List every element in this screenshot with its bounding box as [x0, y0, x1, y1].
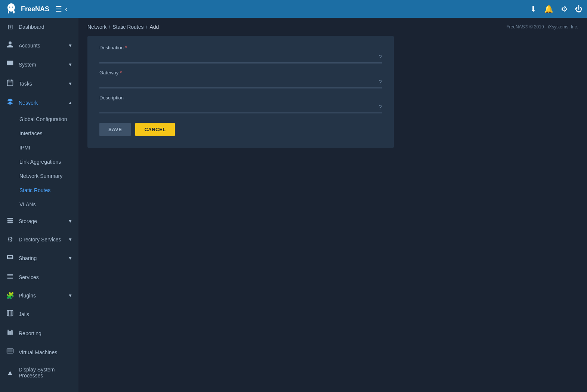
- download-icon[interactable]: ⬇: [530, 4, 537, 13]
- cancel-button[interactable]: CANCEL: [135, 123, 174, 136]
- sidebar-label-plugins: Plugins: [19, 293, 64, 299]
- breadcrumb-network[interactable]: Network: [87, 24, 106, 30]
- sidebar-item-tasks[interactable]: Tasks ▼: [0, 74, 78, 93]
- sidebar-label-reporting: Reporting: [19, 330, 72, 336]
- sidebar-subitem-global-configuration[interactable]: Global Configuration: [0, 112, 78, 126]
- sharing-icon: [6, 253, 14, 263]
- network-summary-label: Network Summary: [19, 173, 62, 179]
- svg-rect-1: [8, 10, 9, 13]
- storage-icon: [6, 216, 14, 226]
- sidebar: ⊞ Dashboard Accounts ▼ System ▼ Tasks ▼: [0, 18, 78, 392]
- svg-rect-15: [7, 349, 12, 352]
- freenas-logo-icon: [4, 2, 18, 16]
- sidebar-item-directory-services[interactable]: ⚙ Directory Services ▼: [0, 231, 78, 249]
- sidebar-label-dashboard: Dashboard: [19, 24, 72, 30]
- breadcrumb-static-routes[interactable]: Static Routes: [112, 24, 143, 30]
- sidebar-item-services[interactable]: Services: [0, 268, 78, 287]
- network-icon: [6, 98, 14, 107]
- destination-required-star: *: [125, 45, 127, 50]
- svg-rect-6: [7, 80, 13, 86]
- sidebar-subitem-interfaces[interactable]: Interfaces: [0, 126, 78, 141]
- sidebar-item-reporting[interactable]: Reporting: [0, 324, 78, 343]
- save-button[interactable]: SAVE: [99, 123, 131, 136]
- svg-point-3: [9, 7, 10, 8]
- sidebar-item-accounts[interactable]: Accounts ▼: [0, 36, 78, 55]
- plugins-icon: 🧩: [6, 291, 14, 300]
- jails-icon: [6, 309, 14, 319]
- destination-field: Destination * ?: [99, 45, 382, 64]
- menu-icon[interactable]: ☰: [55, 4, 62, 13]
- gateway-label: Gateway *: [99, 70, 376, 75]
- sidebar-item-network[interactable]: Network ▲: [0, 93, 78, 112]
- breadcrumb: Network / Static Routes / Add FreeNAS® ©…: [78, 18, 587, 36]
- svg-rect-2: [13, 10, 15, 13]
- svg-rect-7: [7, 218, 13, 219]
- ipmi-label: IPMI: [19, 145, 30, 151]
- content-area: Network / Static Routes / Add FreeNAS® ©…: [78, 18, 587, 392]
- svg-point-4: [12, 7, 13, 8]
- display-system-processes-icon: ▲: [6, 369, 14, 377]
- storage-arrow-icon: ▼: [68, 219, 72, 224]
- svg-rect-12: [10, 331, 11, 335]
- sidebar-item-sharing[interactable]: Sharing ▼: [0, 249, 78, 268]
- sidebar-label-accounts: Accounts: [19, 43, 64, 49]
- interfaces-label: Interfaces: [19, 130, 42, 136]
- sidebar-subitem-vlans[interactable]: VLANs: [0, 197, 78, 212]
- directory-services-icon: ⚙: [6, 235, 14, 244]
- sidebar-subitem-ipmi[interactable]: IPMI: [0, 141, 78, 155]
- sidebar-label-directory-services: Directory Services: [19, 237, 64, 243]
- gateway-field: Gateway * ?: [99, 70, 382, 89]
- breadcrumb-sep-1: /: [109, 24, 110, 30]
- breadcrumb-add: Add: [149, 24, 159, 30]
- description-input[interactable]: [99, 102, 376, 111]
- system-arrow-icon: ▼: [68, 62, 72, 67]
- destination-input[interactable]: [99, 52, 376, 61]
- sidebar-item-system[interactable]: System ▼: [0, 55, 78, 74]
- svg-point-0: [7, 3, 15, 12]
- gateway-input[interactable]: [99, 77, 376, 86]
- sidebar-label-services: Services: [19, 274, 72, 280]
- back-icon[interactable]: ‹: [65, 5, 68, 13]
- sidebar-subitem-static-routes[interactable]: Static Routes: [0, 183, 78, 197]
- sidebar-label-jails: Jails: [19, 311, 72, 317]
- notifications-icon[interactable]: 🔔: [544, 4, 553, 13]
- gateway-help-icon[interactable]: ?: [379, 79, 382, 86]
- sidebar-item-storage[interactable]: Storage ▼: [0, 212, 78, 231]
- accounts-arrow-icon: ▼: [68, 43, 72, 48]
- sidebar-item-display-system-processes[interactable]: ▲ Display System Processes: [0, 362, 78, 383]
- system-icon: [6, 60, 14, 69]
- sidebar-subitem-network-summary[interactable]: Network Summary: [0, 169, 78, 183]
- breadcrumb-sep-2: /: [146, 24, 148, 30]
- power-icon[interactable]: ⏻: [575, 5, 583, 13]
- description-help-icon[interactable]: ?: [379, 104, 382, 111]
- sidebar-label-display-system-processes: Display System Processes: [19, 367, 72, 379]
- destination-help-icon[interactable]: ?: [379, 54, 382, 61]
- global-configuration-label: Global Configuration: [19, 116, 67, 122]
- vlans-label: VLANs: [19, 201, 36, 207]
- topbar-actions: ⬇ 🔔 ⚙ ⏻: [530, 4, 583, 13]
- sidebar-item-virtual-machines[interactable]: Virtual Machines: [0, 343, 78, 362]
- svg-rect-5: [7, 61, 13, 65]
- copyright-text: FreeNAS® © 2019 - iXsystems, Inc.: [506, 24, 578, 30]
- reporting-icon: [6, 328, 14, 338]
- virtual-machines-icon: [6, 348, 14, 357]
- tasks-arrow-icon: ▼: [68, 81, 72, 86]
- sidebar-subitem-link-aggregations[interactable]: Link Aggregations: [0, 155, 78, 169]
- sidebar-label-tasks: Tasks: [19, 81, 64, 87]
- app-name: FreeNAS: [21, 5, 49, 13]
- sidebar-label-sharing: Sharing: [19, 255, 64, 261]
- plugins-arrow-icon: ▼: [68, 293, 72, 298]
- form-card: Destination * ? Gateway *: [87, 36, 394, 148]
- settings-icon[interactable]: ⚙: [561, 4, 568, 13]
- sidebar-item-jails[interactable]: Jails: [0, 305, 78, 324]
- sidebar-item-dashboard[interactable]: ⊞ Dashboard: [0, 18, 78, 36]
- sidebar-item-plugins[interactable]: 🧩 Plugins ▼: [0, 287, 78, 305]
- svg-rect-11: [7, 330, 9, 334]
- description-label: Description: [99, 95, 376, 101]
- network-arrow-icon: ▲: [68, 100, 72, 105]
- tasks-icon: [6, 79, 14, 88]
- gateway-required-star: *: [120, 70, 122, 75]
- main-layout: ⊞ Dashboard Accounts ▼ System ▼ Tasks ▼: [0, 18, 587, 392]
- sidebar-label-system: System: [19, 62, 64, 68]
- static-routes-label: Static Routes: [19, 187, 50, 193]
